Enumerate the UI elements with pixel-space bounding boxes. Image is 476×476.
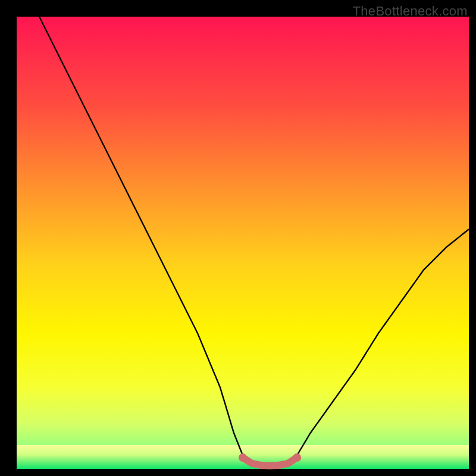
chart-frame: TheBottleneck.com [0, 0, 476, 476]
watermark-text: TheBottleneck.com [353, 4, 468, 19]
bottleneck-chart [0, 0, 476, 476]
optimal-marker-dot [293, 453, 301, 462]
plot-background [17, 17, 469, 469]
optimal-marker-dot [239, 453, 247, 462]
